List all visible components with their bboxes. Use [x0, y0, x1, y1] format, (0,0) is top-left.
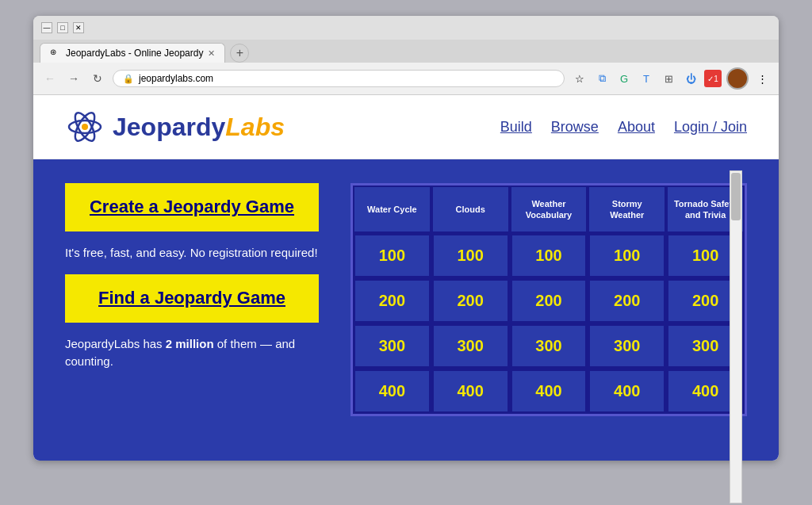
create-desc: It's free, fast, and easy. No registrati…	[65, 244, 319, 262]
board-cell[interactable]: 100	[588, 233, 666, 278]
logo-text: JeopardyLabs	[113, 114, 285, 140]
scroll-thumb[interactable]	[731, 173, 741, 220]
board-cell[interactable]: 200	[431, 278, 510, 323]
board-rows: 1001001001001002002002002002003003003003…	[353, 233, 745, 414]
find-game-button[interactable]: Find a Jeopardy Game	[65, 274, 319, 323]
browser-tab[interactable]: ⊛ JeopardyLabs - Online Jeopardy ✕	[40, 43, 225, 63]
logo-jeopardy: Jeopardy	[113, 113, 225, 141]
board-cell[interactable]: 300	[588, 323, 666, 369]
svg-point-0	[82, 124, 88, 130]
board-cell[interactable]: 100	[510, 233, 588, 278]
board-cell[interactable]: 200	[510, 278, 588, 323]
maximize-button[interactable]: □	[57, 22, 68, 33]
find-desc-strong: 2 million	[166, 337, 214, 350]
board-cell[interactable]: 300	[510, 323, 588, 369]
bookmark-icon[interactable]: ☆	[571, 70, 588, 87]
tab-title: JeopardyLabs - Online Jeopardy	[66, 48, 203, 59]
scrollbar[interactable]	[730, 170, 742, 503]
logo-labs: Labs	[225, 113, 285, 141]
board-header: Water CycleCloudsWeather VocabularyStorm…	[353, 186, 745, 233]
board-cell[interactable]: 300	[431, 323, 510, 369]
profile-avatar[interactable]	[726, 67, 749, 90]
refresh-button[interactable]: ↻	[89, 70, 106, 87]
find-desc: JeopardyLabs has 2 million of them — and…	[65, 335, 319, 371]
board-cell[interactable]: 200	[353, 278, 431, 323]
board-category: Water Cycle	[353, 186, 431, 233]
url-text: jeopardylabs.com	[139, 73, 213, 84]
hero-section: Create a Jeopardy Game It's free, fast, …	[33, 159, 779, 461]
nav-login-join[interactable]: Login / Join	[674, 119, 747, 136]
board-row: 300300300300300	[353, 323, 745, 369]
lock-icon: 🔒	[123, 74, 134, 84]
new-tab-button[interactable]: +	[230, 44, 249, 63]
extensions-icon[interactable]: ⧉	[593, 70, 611, 87]
menu-button[interactable]: ⋮	[753, 70, 771, 87]
site-header: JeopardyLabs Build Browse About Login / …	[33, 95, 779, 159]
address-bar[interactable]: 🔒 jeopardylabs.com	[113, 70, 565, 87]
board-cell[interactable]: 100	[431, 233, 510, 278]
find-desc-prefix: JeopardyLabs has	[65, 337, 166, 350]
create-game-button[interactable]: Create a Jeopardy Game	[65, 183, 319, 231]
minimize-button[interactable]: —	[41, 22, 52, 33]
nav-build[interactable]: Build	[500, 119, 532, 136]
back-button[interactable]: ←	[41, 70, 59, 87]
close-button[interactable]: ✕	[73, 22, 84, 33]
forward-button[interactable]: →	[65, 70, 82, 87]
board-row: 400400400400400	[353, 369, 745, 414]
tab-close-button[interactable]: ✕	[208, 48, 215, 59]
board-category: Weather Vocabulary	[510, 186, 588, 233]
board-row: 100100100100100	[353, 233, 745, 278]
board-cell[interactable]: 400	[510, 369, 588, 414]
board-cell[interactable]: 400	[588, 369, 666, 414]
grammarly-icon[interactable]: G	[615, 70, 633, 87]
jeopardy-board: Water CycleCloudsWeather VocabularyStorm…	[350, 183, 747, 416]
logo-icon	[65, 107, 105, 147]
site-nav: Build Browse About Login / Join	[500, 119, 747, 136]
notification-icon[interactable]: ✓1	[704, 70, 722, 87]
website-content: JeopardyLabs Build Browse About Login / …	[33, 95, 779, 461]
board-cell[interactable]: 400	[353, 369, 431, 414]
tab-favicon: ⊛	[50, 48, 61, 59]
board-cell[interactable]: 300	[353, 323, 431, 369]
board-row: 200200200200200	[353, 278, 745, 323]
board-cell[interactable]: 400	[431, 369, 510, 414]
logo-area: JeopardyLabs	[65, 107, 285, 147]
board-category: Stormy Weather	[588, 186, 666, 233]
nav-browse[interactable]: Browse	[551, 119, 599, 136]
translation-icon[interactable]: T	[638, 70, 655, 87]
board-cell[interactable]: 100	[353, 233, 431, 278]
profiles-icon[interactable]: ⊞	[660, 70, 677, 87]
nav-about[interactable]: About	[618, 119, 655, 136]
board-cell[interactable]: 200	[588, 278, 666, 323]
hero-left: Create a Jeopardy Game It's free, fast, …	[65, 183, 319, 371]
board-category: Clouds	[431, 186, 510, 233]
accessibility-icon[interactable]: ⏻	[682, 70, 699, 87]
